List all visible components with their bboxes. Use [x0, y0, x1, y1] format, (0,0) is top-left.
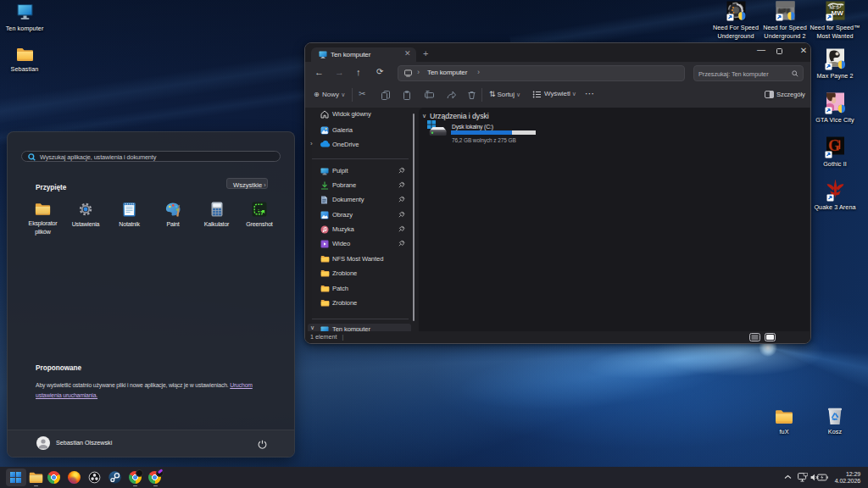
svg-text:NFS: NFS: [778, 8, 791, 14]
svg-text:MW: MW: [831, 9, 843, 17]
